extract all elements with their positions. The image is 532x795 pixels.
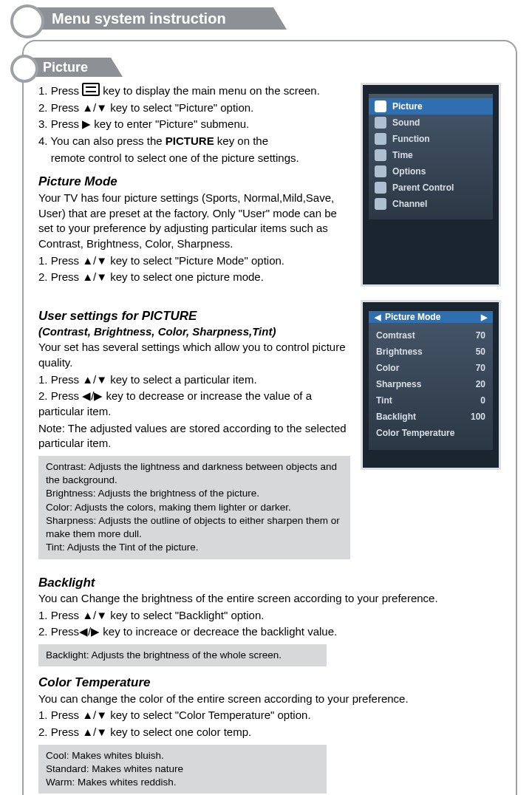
osd-key: Color Temperature [376, 428, 454, 438]
paragraph: Your set has several settings which allo… [38, 340, 350, 370]
osd-value: 100 [471, 412, 485, 422]
osd-menu-item: Options [369, 163, 493, 180]
osd-label: Picture [392, 101, 423, 112]
parent-control-icon [375, 182, 386, 194]
options-icon [375, 166, 386, 177]
osd-key: Color [376, 363, 399, 373]
definition-line: Cool: Makes whites bluish. [46, 749, 319, 762]
osd-setting-row: Tint0 [369, 392, 493, 409]
intro-line: 1. Press key to display the main menu on… [38, 83, 350, 99]
intro-line: remote control to select one of the pict… [38, 151, 350, 166]
heading-user-settings: User settings for PICTURE [38, 307, 350, 324]
osd-key: Comtrast [376, 330, 415, 341]
osd-label: Channel [392, 199, 427, 209]
osd-setting-row: Color Temperature [369, 425, 493, 441]
section-title: Picture [27, 58, 111, 77]
menu-key-icon [82, 83, 100, 96]
osd-menu-item: Sound [369, 115, 493, 131]
definition-line: Color: Adjusts the colors, making them l… [46, 501, 343, 514]
osd-setting-row: Comtrast70 [369, 327, 493, 344]
step: 2. Press ◀/▶ key to decrease or increase… [38, 389, 350, 419]
osd-value: 70 [476, 330, 485, 341]
osd-value: 70 [476, 363, 485, 373]
osd-key: Tint [376, 395, 392, 406]
header-circle-icon [10, 4, 44, 38]
osd-key: Sharpness [376, 379, 421, 389]
osd-key: Brightness [376, 347, 423, 357]
picture-icon [375, 100, 386, 112]
text: key to display the main menu on the scre… [103, 84, 320, 97]
sound-icon [375, 117, 386, 129]
intro-line: 2. Press ▲/▼ key to select "Picture" opt… [38, 100, 350, 116]
osd-label: Sound [392, 117, 420, 128]
definition-line: Sharpness: Adjusts the outline of object… [46, 514, 343, 541]
paragraph: You can Change the brightness of the ent… [38, 591, 501, 607]
definition-line: Contrast: Adjusts the lightness and dark… [46, 460, 343, 487]
osd-key: Backlight [376, 412, 416, 422]
right-arrow-icon: ▶ [481, 313, 487, 322]
note: Note: The adjusted values are stored acc… [38, 421, 350, 451]
content-frame: Picture 1. Press key to display the main… [22, 40, 517, 795]
intro-line: 3. Press ▶ key to enter "Picture" submen… [38, 117, 350, 132]
subtitle: (Contrast, Brightness, Color, Sharpness,… [38, 324, 350, 340]
paragraph: You can change the color of the entire s… [38, 692, 501, 707]
osd-value: 20 [476, 379, 485, 389]
osd-value: 0 [480, 395, 485, 406]
step: 2. Press◀/▶ key to increace or decreace … [38, 624, 501, 640]
text-bold: PICTURE [166, 134, 214, 147]
osd-setting-row: Backlight100 [369, 409, 493, 425]
definition-line: Brightness: Adjusts the brightness of th… [46, 487, 343, 500]
paragraph: Your TV has four picture settings (Sport… [38, 191, 350, 252]
left-arrow-icon: ◀ [375, 313, 381, 322]
osd-label: Options [392, 166, 426, 177]
definition-line: Warm: Makes whites reddish. [46, 776, 319, 789]
step: 1. Press ▲/▼ key to select a particular … [38, 372, 350, 388]
backlight-box: Backlight: Adjusts the brightness of the… [38, 644, 327, 666]
section-circle-icon [10, 55, 38, 83]
heading-picture-mode: Picture Mode [38, 173, 350, 190]
osd-menu-item: Time [369, 147, 493, 163]
step: 1. Press ▲/▼ key to select "Color Temper… [38, 708, 501, 723]
page-title: Menu system instruction [30, 7, 273, 30]
time-icon [375, 149, 386, 161]
osd-setting-row: Sharpness20 [369, 376, 493, 392]
step: 1. Press ▲/▼ key to select "Backlight" o… [38, 608, 501, 624]
osd-setting-row: Brightness50 [369, 344, 493, 360]
text: 1. Press [38, 84, 82, 97]
intro-line: 4. You can also press the PICTURE key on… [38, 134, 350, 149]
osd-value: 50 [476, 347, 485, 357]
osd-menu-item: Function [369, 131, 493, 147]
channel-icon [375, 198, 386, 210]
text: key on the [214, 134, 268, 147]
function-icon [375, 133, 386, 145]
osd-menu-item: Channel [369, 196, 493, 212]
osd-menu-item: Picture [369, 98, 493, 115]
definition-line: Tint: Adjusts the Tint of the picture. [46, 541, 343, 554]
definition-line: Backlight: Adjusts the brightness of the… [46, 649, 319, 662]
definition-line: Standard: Makes whites nature [46, 762, 319, 776]
osd-label: Time [392, 150, 413, 160]
osd-picture-submenu: ◀ Picture Mode ▶ Comtrast70 Brightness50… [361, 300, 501, 470]
osd-submenu-header: ◀ Picture Mode ▶ [369, 311, 493, 323]
osd-menu-item: Parent Control [369, 180, 493, 196]
text: 4. You can also press the [38, 134, 166, 147]
heading-color-temperature: Color Temperature [38, 674, 501, 691]
osd-label: Function [392, 134, 430, 144]
heading-backlight: Backlight [38, 574, 501, 591]
step: 2. Press ▲/▼ key to select one color tem… [38, 725, 501, 740]
step: 2. Press ▲/▼ key to select one picture m… [38, 270, 350, 285]
osd-label: Parent Control [392, 182, 454, 193]
definitions-box: Contrast: Adjusts the lightness and dark… [38, 456, 350, 559]
osd-setting-row: Color70 [369, 360, 493, 376]
step: 1. Press ▲/▼ key to select "Picture Mode… [38, 253, 350, 269]
color-temp-box: Cool: Makes whites bluish. Standard: Mak… [38, 745, 327, 794]
osd-submenu-title: Picture Mode [381, 312, 481, 322]
osd-main-menu: Picture Sound Function Time [361, 83, 501, 287]
page-header: Menu system instruction [0, 4, 532, 33]
